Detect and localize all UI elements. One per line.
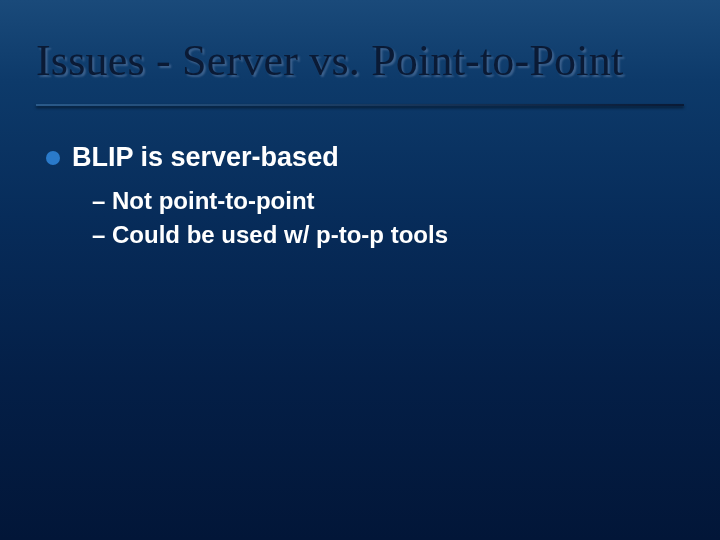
slide-title: Issues - Server vs. Point-to-Point — [36, 38, 684, 84]
bullet-dot-icon — [46, 151, 60, 165]
sub-bullet-1: – Not point-to-point — [92, 185, 680, 217]
sub-bullet-2: – Could be used w/ p-to-p tools — [92, 219, 680, 251]
bullet-text: BLIP is server-based — [72, 140, 339, 175]
slide: Issues - Server vs. Point-to-Point BLIP … — [0, 0, 720, 540]
title-underline — [36, 104, 684, 106]
bullet-level-1: BLIP is server-based — [46, 140, 680, 175]
sub-bullets: – Not point-to-point – Could be used w/ … — [92, 185, 680, 252]
slide-content: BLIP is server-based – Not point-to-poin… — [46, 140, 680, 254]
